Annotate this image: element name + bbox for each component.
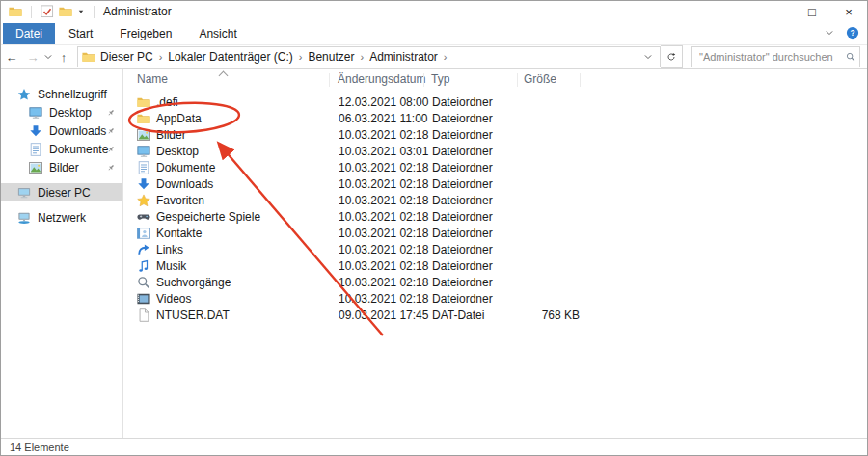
file-type: Dateiordner <box>432 210 493 224</box>
refresh-button[interactable] <box>661 45 683 68</box>
file-type: Dateiordner <box>432 161 493 174</box>
file-row-videos[interactable]: Videos10.03.2021 02:18Dateiordner <box>123 291 867 308</box>
new-folder-icon[interactable] <box>59 5 72 18</box>
breadcrumb-separator[interactable]: › <box>357 51 366 63</box>
properties-icon[interactable] <box>41 5 54 18</box>
file-list-pane: Name Änderungsdatum Typ Größe .defi12.03… <box>123 69 867 442</box>
minimize-button[interactable]: – <box>757 1 794 22</box>
document-icon <box>29 143 42 156</box>
expand-ribbon-icon[interactable] <box>825 28 834 38</box>
breadcrumb-item[interactable]: Benutzer <box>305 50 357 64</box>
picture-icon <box>29 161 42 174</box>
help-icon[interactable]: ? <box>846 26 859 40</box>
monitor-icon <box>137 145 150 158</box>
file-row-links[interactable]: Links10.03.2021 02:18Dateiordner <box>123 242 867 258</box>
column-header-name[interactable]: Name <box>137 72 168 86</box>
sidebar-item-downloads[interactable]: Downloads <box>1 121 122 140</box>
sidebar-item-desktop[interactable]: Desktop <box>1 103 122 121</box>
file-type: Dateiordner <box>432 128 493 142</box>
customize-toolbar-icon[interactable] <box>77 8 85 15</box>
sidebar-item-label: Netzwerk <box>38 211 86 225</box>
sidebar-item-label: Dokumente <box>49 143 108 156</box>
file-row--defi[interactable]: .defi12.03.2021 08:00Dateiordner <box>123 94 867 111</box>
file-date: 10.03.2021 02:18 <box>339 259 428 273</box>
file-name: AppData <box>156 112 202 125</box>
ribbon-right-controls: ? <box>825 26 859 40</box>
column-header-size[interactable]: Größe <box>524 72 556 86</box>
tab-datei[interactable]: Datei <box>3 23 55 44</box>
address-bar[interactable]: Dieser PC›Lokaler Datenträger (C:)›Benut… <box>77 46 661 67</box>
file-row-kontakte[interactable]: Kontakte10.03.2021 02:18Dateiordner <box>123 226 867 242</box>
search-box[interactable] <box>691 46 860 67</box>
file-row-appdata[interactable]: AppData06.03.2021 11:00Dateiordner <box>123 111 867 127</box>
file-row-gespeicherte-spiele[interactable]: Gespeicherte Spiele10.03.2021 02:18Datei… <box>123 209 867 226</box>
breadcrumb-item[interactable]: Administrator <box>366 50 441 64</box>
breadcrumb-item[interactable]: Lokaler Datenträger (C:) <box>165 50 295 64</box>
tab-ansicht[interactable]: Ansicht <box>185 23 250 44</box>
app-folder-icon <box>9 5 22 18</box>
sidebar-item-bilder[interactable]: Bilder <box>1 158 122 176</box>
file-name: Gespeicherte Spiele <box>156 210 260 224</box>
column-divider[interactable] <box>423 73 424 87</box>
close-button[interactable]: × <box>830 1 867 22</box>
forward-button[interactable]: → <box>22 50 43 65</box>
star-icon <box>137 194 150 207</box>
column-header-type[interactable]: Typ <box>431 72 449 86</box>
breadcrumb-separator[interactable]: › <box>156 51 166 63</box>
file-row-musik[interactable]: Musik10.03.2021 02:18Dateiordner <box>123 258 867 275</box>
sidebar-item-label: Bilder <box>49 161 79 174</box>
file-type: Dateiordner <box>432 95 493 109</box>
file-row-dokumente[interactable]: Dokumente10.03.2021 02:18Dateiordner <box>123 160 867 176</box>
document-icon <box>137 161 150 174</box>
sidebar-item-label: Dieser PC <box>38 186 91 200</box>
file-type: Dateiordner <box>432 243 493 256</box>
ribbon-tabs: DateiStartFreigebenAnsicht <box>3 23 251 44</box>
file-name: Downloads <box>156 177 213 191</box>
file-name: Videos <box>156 292 191 306</box>
address-dropdown-icon[interactable] <box>638 52 658 62</box>
file-date: 10.03.2021 02:18 <box>339 210 428 224</box>
search-input[interactable] <box>697 50 846 64</box>
search-icon[interactable] <box>846 52 855 62</box>
file-name: Bilder <box>156 128 186 142</box>
sidebar-item-schnellzugriff[interactable]: Schnellzugriff <box>1 85 122 103</box>
up-button[interactable]: ↑ <box>53 50 74 65</box>
pin-icon <box>106 163 116 173</box>
file-row-favoriten[interactable]: Favoriten10.03.2021 02:18Dateiordner <box>123 193 867 209</box>
file-date: 10.03.2021 02:18 <box>339 243 428 256</box>
pin-icon <box>106 108 116 118</box>
column-divider[interactable] <box>329 73 330 87</box>
breadcrumb: Dieser PC›Lokaler Datenträger (C:)›Benut… <box>97 50 638 64</box>
breadcrumb-separator[interactable]: › <box>296 51 306 63</box>
file-row-suchvorg-nge[interactable]: Suchvorgänge10.03.2021 02:18Dateiordner <box>123 275 867 291</box>
breadcrumb-item[interactable]: Dieser PC <box>97 50 156 64</box>
file-row-ntuser-dat[interactable]: NTUSER.DAT09.03.2021 17:45DAT-Datei768 K… <box>123 308 867 324</box>
file-row-desktop[interactable]: Desktop10.03.2021 03:01Dateiordner <box>123 144 867 160</box>
svg-text:?: ? <box>850 28 854 38</box>
quick-access-toolbar <box>1 5 98 18</box>
tab-start[interactable]: Start <box>55 23 106 44</box>
window-title: Administrator <box>103 5 172 18</box>
recent-locations-icon[interactable] <box>43 52 53 62</box>
column-header-date[interactable]: Änderungsdatum <box>338 72 425 86</box>
file-name: NTUSER.DAT <box>156 308 230 322</box>
maximize-button[interactable]: □ <box>794 1 830 22</box>
divider <box>31 6 32 18</box>
tab-freigeben[interactable]: Freigeben <box>106 23 185 44</box>
column-divider[interactable] <box>580 73 581 87</box>
sidebar-item-dokumente[interactable]: Dokumente <box>1 140 122 158</box>
file-name: Links <box>156 243 183 256</box>
items-count: 14 Elemente <box>10 442 69 453</box>
file-size: 768 KB <box>490 308 580 322</box>
file-date: 10.03.2021 02:18 <box>339 276 428 289</box>
file-row-downloads[interactable]: Downloads10.03.2021 02:18Dateiordner <box>123 176 867 193</box>
sidebar-item-dieser-pc[interactable]: Dieser PC <box>1 183 122 201</box>
monitor-icon <box>29 106 42 120</box>
breadcrumb-separator[interactable]: › <box>441 51 450 63</box>
quick-access-star-icon <box>17 88 31 101</box>
sidebar-item-netzwerk[interactable]: Netzwerk <box>1 208 122 227</box>
back-button[interactable]: ← <box>1 50 22 65</box>
file-row-bilder[interactable]: Bilder10.03.2021 02:18Dateiordner <box>123 127 867 144</box>
download-arrow-icon <box>137 177 150 191</box>
column-divider[interactable] <box>517 73 518 87</box>
